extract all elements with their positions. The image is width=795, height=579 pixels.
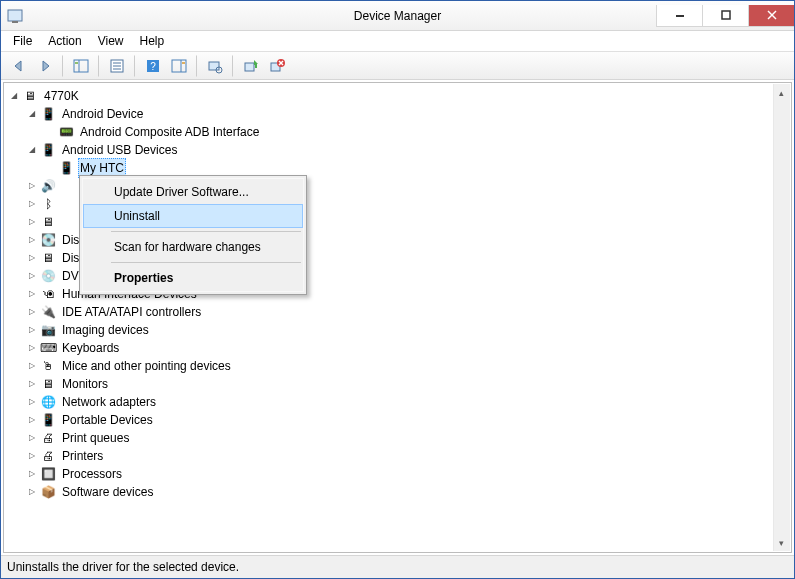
tree-item[interactable]: 🔲Processors <box>8 465 791 483</box>
tree-item[interactable]: 📦Software devices <box>8 483 791 501</box>
menu-action[interactable]: Action <box>40 32 89 50</box>
context-menu-separator <box>111 231 301 232</box>
expand-toggle-icon[interactable] <box>26 378 38 390</box>
context-menu-update-driver[interactable]: Update Driver Software... <box>83 180 303 204</box>
scroll-down-icon[interactable]: ▾ <box>773 534 790 551</box>
tree-item-label: 4770K <box>42 87 81 105</box>
vertical-scrollbar[interactable]: ▴ ▾ <box>773 84 790 551</box>
bluetooth-icon: ᛒ <box>40 196 56 212</box>
context-menu-properties[interactable]: Properties <box>83 266 303 290</box>
expand-toggle-icon[interactable] <box>26 180 38 192</box>
back-button[interactable] <box>7 55 31 77</box>
status-bar: Uninstalls the driver for the selected d… <box>1 556 794 578</box>
uninstall-button[interactable] <box>265 55 289 77</box>
close-button[interactable] <box>748 5 794 27</box>
expand-toggle-icon[interactable] <box>26 360 38 372</box>
expand-toggle-icon[interactable] <box>26 468 38 480</box>
collapse-toggle-icon[interactable] <box>26 144 38 156</box>
tree-item-label: Software devices <box>60 483 155 501</box>
expand-toggle-icon[interactable] <box>26 252 38 264</box>
tree-item[interactable]: 🖥Monitors <box>8 375 791 393</box>
expand-toggle-icon[interactable] <box>26 432 38 444</box>
scan-hardware-button[interactable] <box>203 55 227 77</box>
printqueue-icon: 🖨 <box>40 430 56 446</box>
tree-item-label: Portable Devices <box>60 411 155 429</box>
collapse-toggle-icon[interactable] <box>26 108 38 120</box>
tree-item[interactable]: 📷Imaging devices <box>8 321 791 339</box>
toolbar-separator <box>232 55 234 77</box>
menu-help[interactable]: Help <box>132 32 173 50</box>
update-driver-button[interactable] <box>239 55 263 77</box>
tree-item[interactable]: 🖨Printers <box>8 447 791 465</box>
toolbar-separator <box>196 55 198 77</box>
context-menu-uninstall[interactable]: Uninstall <box>83 204 303 228</box>
help-button[interactable]: ? <box>141 55 165 77</box>
tree-item[interactable]: 🖨Print queues <box>8 429 791 447</box>
imaging-icon: 📷 <box>40 322 56 338</box>
forward-button[interactable] <box>33 55 57 77</box>
context-menu-separator <box>111 262 301 263</box>
toolbar-separator <box>98 55 100 77</box>
maximize-button[interactable] <box>702 5 748 27</box>
svg-rect-0 <box>8 10 22 21</box>
svg-rect-18 <box>209 62 219 70</box>
expand-toggle-icon[interactable] <box>26 216 38 228</box>
scroll-up-icon[interactable]: ▴ <box>773 84 790 101</box>
tree-item[interactable]: 🖱Mice and other pointing devices <box>8 357 791 375</box>
expand-toggle-icon[interactable] <box>26 324 38 336</box>
processor-icon: 🔲 <box>40 466 56 482</box>
tree-item[interactable]: 📱Portable Devices <box>8 411 791 429</box>
phone-icon: 📱 <box>58 160 74 176</box>
minimize-button[interactable] <box>656 5 702 27</box>
tree-item-label: Network adapters <box>60 393 158 411</box>
show-hide-console-tree-button[interactable] <box>69 55 93 77</box>
tree-item-label: Processors <box>60 465 124 483</box>
expand-toggle-icon[interactable] <box>26 486 38 498</box>
tree-android-adb[interactable]: 📟Android Composite ADB Interface <box>8 123 791 141</box>
tree-item[interactable]: 🌐Network adapters <box>8 393 791 411</box>
hid-icon: 🖲 <box>40 286 56 302</box>
expand-toggle-icon[interactable] <box>26 288 38 300</box>
expand-toggle-icon[interactable] <box>26 234 38 246</box>
menu-bar: File Action View Help <box>1 31 794 52</box>
action-pane-button[interactable] <box>167 55 191 77</box>
tree-root[interactable]: 🖥4770K <box>8 87 791 105</box>
expand-toggle-icon[interactable] <box>26 450 38 462</box>
computer-icon: 🖥 <box>22 88 38 104</box>
svg-rect-2 <box>676 15 684 17</box>
svg-text:?: ? <box>150 61 156 72</box>
properties-button[interactable] <box>105 55 129 77</box>
toolbar-separator <box>62 55 64 77</box>
device-tree[interactable]: 🖥4770K📱Android Device📟Android Composite … <box>3 82 792 553</box>
svg-rect-8 <box>75 62 78 64</box>
svg-rect-3 <box>722 11 730 19</box>
context-menu-scan[interactable]: Scan for hardware changes <box>83 235 303 259</box>
toolbar: ? <box>1 52 794 80</box>
svg-rect-1 <box>12 21 18 23</box>
tree-item-label: Android USB Devices <box>60 141 179 159</box>
portable-icon: 📱 <box>40 412 56 428</box>
expand-toggle-icon[interactable] <box>26 270 38 282</box>
menu-file[interactable]: File <box>5 32 40 50</box>
status-text: Uninstalls the driver for the selected d… <box>7 560 239 574</box>
tree-item-label: Imaging devices <box>60 321 151 339</box>
expand-toggle-icon[interactable] <box>26 414 38 426</box>
tree-item-label: Printers <box>60 447 105 465</box>
network-icon: 🌐 <box>40 394 56 410</box>
android-icon: 📱 <box>40 106 56 122</box>
collapse-toggle-icon[interactable] <box>8 90 20 102</box>
tree-item[interactable]: 🔌IDE ATA/ATAPI controllers <box>8 303 791 321</box>
expand-toggle-icon[interactable] <box>26 342 38 354</box>
mouse-icon: 🖱 <box>40 358 56 374</box>
tree-android-usb[interactable]: 📱Android USB Devices <box>8 141 791 159</box>
toolbar-separator <box>134 55 136 77</box>
tree-item-label: Print queues <box>60 429 131 447</box>
tree-android-device[interactable]: 📱Android Device <box>8 105 791 123</box>
expand-toggle-icon[interactable] <box>26 198 38 210</box>
expand-toggle-icon[interactable] <box>26 396 38 408</box>
tree-item[interactable]: ⌨Keyboards <box>8 339 791 357</box>
menu-view[interactable]: View <box>90 32 132 50</box>
expand-toggle-icon[interactable] <box>26 306 38 318</box>
svg-rect-17 <box>182 62 185 64</box>
printer-icon: 🖨 <box>40 448 56 464</box>
